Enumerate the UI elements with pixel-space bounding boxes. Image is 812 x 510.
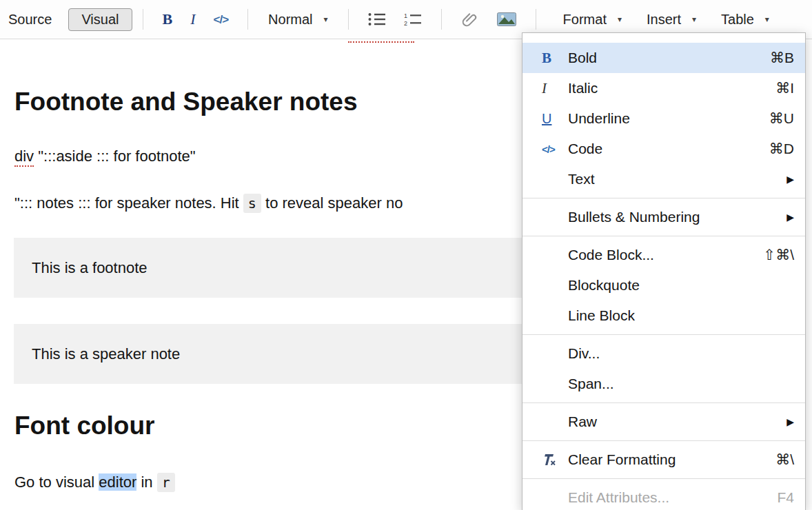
text: to reveal speaker no [261,194,403,212]
speaker-note-text: This is a speaker note [32,345,180,363]
menu-item-label: Italic [568,80,775,96]
link-icon [461,12,479,27]
text: in [136,473,156,491]
menu-shortcut: ⌘D [769,141,794,157]
insert-menu-button[interactable]: Insert ▾ [647,12,696,28]
numbered-list-icon: 1 2 [404,12,422,26]
format-menu-label: Format [563,12,607,28]
insert-menu-label: Insert [647,12,681,28]
format-dropdown-menu: B Bold ⌘B I Italic ⌘I U Underline ⌘U </>… [522,32,806,510]
bold-button[interactable]: B [163,12,173,27]
inline-code-button[interactable]: </> [214,14,229,26]
menu-item-bullets-numbering[interactable]: Bullets & Numbering ▶ [522,202,805,232]
paragraph-div-aside[interactable]: div ":::aside ::: for footnote" [14,146,196,167]
submenu-arrow-icon: ▶ [786,212,794,223]
menu-item-italic[interactable]: I Italic ⌘I [522,73,805,103]
menubar-group: Format ▾ Insert ▾ Table ▾ [551,12,782,28]
menu-separator [522,402,805,403]
menu-item-edit-attributes: Edit Attributes... F4 [522,482,805,510]
toolbar-separator [143,9,143,30]
svg-text:2: 2 [404,20,407,26]
inline-code-span: s [243,194,261,213]
source-mode-button[interactable]: Source [8,12,52,28]
heading-font-colour[interactable]: Font colour [14,411,154,440]
paragraph-style-dropdown[interactable]: Normal ▾ [268,12,327,28]
paragraph-speaker-notes[interactable]: "::: notes ::: for speaker notes. Hit s … [14,193,403,214]
bold-icon: B [542,50,568,67]
menu-item-label: Code [568,141,769,157]
menu-item-label: Underline [568,110,769,127]
image-button[interactable] [497,12,516,26]
menu-item-code-block[interactable]: Code Block... ⇧⌘\ [522,240,805,270]
menu-item-label: Code Block... [568,247,764,263]
italic-button[interactable]: I [190,12,195,27]
menu-shortcut: ⌘B [770,50,794,66]
submenu-arrow-icon: ▶ [786,174,794,185]
chevron-down-icon: ▾ [692,14,696,24]
italic-icon: I [542,80,568,97]
inline-code-span: r [157,473,175,492]
menu-item-text[interactable]: Text ▶ [522,164,805,194]
bulleted-list-button[interactable] [368,12,386,26]
footnote-text: This is a footnote [32,259,148,277]
image-icon [497,12,516,26]
clear-formatting-icon [542,453,568,467]
menu-item-label: Edit Attributes... [568,489,777,506]
toolbar-separator [441,9,442,30]
menu-item-label: Span... [568,376,794,392]
menu-item-blockquote[interactable]: Blockquote [522,270,805,300]
underline-icon: U [542,111,568,127]
menu-item-label: Text [568,171,786,187]
menu-item-label: Div... [568,345,794,362]
menu-shortcut: ⌘\ [775,451,794,468]
menu-shortcut: F4 [777,489,794,506]
menu-item-label: Line Block [568,307,794,324]
menu-item-div[interactable]: Div... [522,338,805,369]
menu-item-span[interactable]: Span... [522,369,805,399]
menu-separator [522,334,805,335]
menu-item-clear-formatting[interactable]: Clear Formatting ⌘\ [522,445,805,475]
toolbar-separator [247,9,248,30]
menu-separator [522,440,805,441]
svg-text:1: 1 [404,12,407,19]
paragraph-style-label: Normal [268,12,312,28]
table-menu-label: Table [721,12,754,28]
menu-separator [522,198,805,198]
menu-separator [522,236,805,236]
chevron-down-icon: ▾ [618,14,622,24]
menu-item-line-block[interactable]: Line Block [522,300,805,331]
submenu-arrow-icon: ▶ [786,416,794,427]
menu-separator [522,478,805,479]
menu-item-underline[interactable]: U Underline ⌘U [522,103,805,134]
menu-item-code[interactable]: </> Code ⌘D [522,134,805,164]
toolbar-separator [536,9,536,30]
selected-text: editor [99,473,136,491]
spellcheck-underline-fragment [348,41,414,43]
paragraph-visual-editor[interactable]: Go to visual editor in r [14,472,175,493]
toolbar-separator [348,9,349,30]
code-icon: </> [542,143,568,155]
menu-item-label: Bold [568,50,770,66]
menu-shortcut: ⌘U [769,110,794,127]
table-menu-button[interactable]: Table ▾ [721,12,769,28]
text: "::: notes ::: for speaker notes. Hit [14,194,243,212]
chevron-down-icon: ▾ [324,14,328,24]
menu-item-label: Raw [568,414,786,430]
menu-item-label: Clear Formatting [568,451,775,468]
link-button[interactable] [461,12,479,27]
visual-mode-button[interactable]: Visual [68,8,132,31]
misspelled-word: div [14,147,34,167]
format-menu-button[interactable]: Format ▾ [563,12,622,28]
numbered-list-button[interactable]: 1 2 [404,12,422,26]
menu-shortcut: ⌘I [775,80,794,96]
text: Go to visual [14,473,99,491]
menu-item-label: Blockquote [568,277,794,294]
heading-footnote-speaker-notes[interactable]: Footnote and Speaker notes [14,88,358,116]
chevron-down-icon: ▾ [765,14,769,24]
menu-item-raw[interactable]: Raw ▶ [522,407,805,437]
bulleted-list-icon [368,12,386,26]
visual-editor-window: Source Visual B I </> Normal ▾ 1 2 [0,0,812,510]
text: ":::aside ::: for footnote" [34,147,196,165]
menu-shortcut: ⇧⌘\ [764,247,794,263]
menu-item-bold[interactable]: B Bold ⌘B [522,43,805,73]
